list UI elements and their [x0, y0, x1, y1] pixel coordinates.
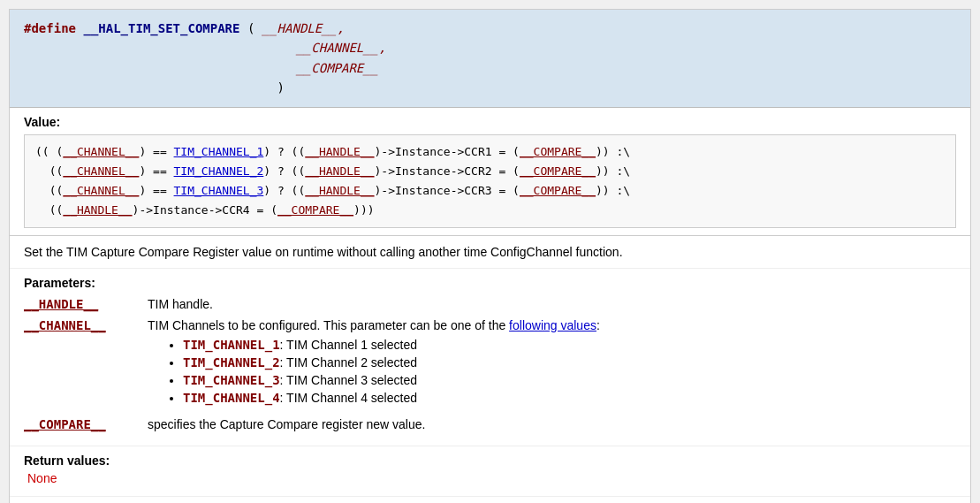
handle-param-name: __HANDLE__: [24, 297, 148, 311]
channel-value-1: TIM_CHANNEL_1: TIM Channel 1 selected: [183, 338, 956, 352]
compare-param-row: __COMPARE__ specifies the Capture Compar…: [24, 417, 956, 431]
definition-line: Definition at line 1387 of file stm32f1x…: [10, 497, 970, 503]
return-section: Return values: None: [10, 446, 970, 497]
description-text: Set the TIM Capture Compare Register val…: [24, 245, 623, 259]
channel-param-desc: TIM Channels to be configured. This para…: [148, 318, 956, 408]
params-section: Parameters: __HANDLE__ TIM handle. __CHA…: [10, 269, 970, 446]
compare-param-header: __COMPARE__: [296, 61, 378, 75]
code-line-1: (( (__CHANNEL__) == TIM_CHANNEL_1) ? ((_…: [35, 142, 945, 162]
handle-param-row: __HANDLE__ TIM handle.: [24, 297, 956, 311]
value-section: Value: (( (__CHANNEL__) == TIM_CHANNEL_1…: [10, 108, 970, 236]
compare-param-name: __COMPARE__: [24, 417, 148, 431]
value-code-box: (( (__CHANNEL__) == TIM_CHANNEL_1) ? ((_…: [24, 134, 956, 228]
channel-values-list: TIM_CHANNEL_1: TIM Channel 1 selected TI…: [148, 338, 956, 405]
define-header: #define __HAL_TIM_SET_COMPARE ( __HANDLE…: [10, 10, 970, 108]
main-container: #define __HAL_TIM_SET_COMPARE ( __HANDLE…: [9, 9, 971, 503]
channel-param-row: __CHANNEL__ TIM Channels to be configure…: [24, 318, 956, 408]
close-paren: ): [277, 80, 284, 95]
channel-param-name: __CHANNEL__: [24, 318, 148, 408]
macro-name: __HAL_TIM_SET_COMPARE: [83, 21, 239, 35]
params-label: Parameters:: [24, 276, 956, 290]
code-line-3: ((__CHANNEL__) == TIM_CHANNEL_3) ? ((__H…: [35, 181, 945, 201]
channel-param-header: __CHANNEL__,: [296, 41, 385, 55]
return-value: None: [24, 471, 956, 485]
channel-value-2: TIM_CHANNEL_2: TIM Channel 2 selected: [183, 355, 956, 370]
handle-param-desc: TIM handle.: [148, 297, 956, 311]
compare-param-desc: specifies the Capture Compare register n…: [148, 417, 956, 431]
define-keyword: #define: [24, 21, 76, 35]
description: Set the TIM Capture Compare Register val…: [10, 236, 970, 269]
value-label: Value:: [24, 115, 956, 129]
channel-value-3: TIM_CHANNEL_3: TIM Channel 3 selected: [183, 373, 956, 387]
following-values-link[interactable]: following values: [509, 318, 596, 332]
code-line-2: ((__CHANNEL__) == TIM_CHANNEL_2) ? ((__H…: [35, 162, 945, 181]
handle-param-header: __HANDLE__,: [262, 21, 345, 35]
code-line-4: ((__HANDLE__)->Instance->CCR4 = (__COMPA…: [35, 201, 945, 220]
return-label: Return values:: [24, 453, 956, 468]
channel-value-4: TIM_CHANNEL_4: TIM Channel 4 selected: [183, 391, 956, 405]
